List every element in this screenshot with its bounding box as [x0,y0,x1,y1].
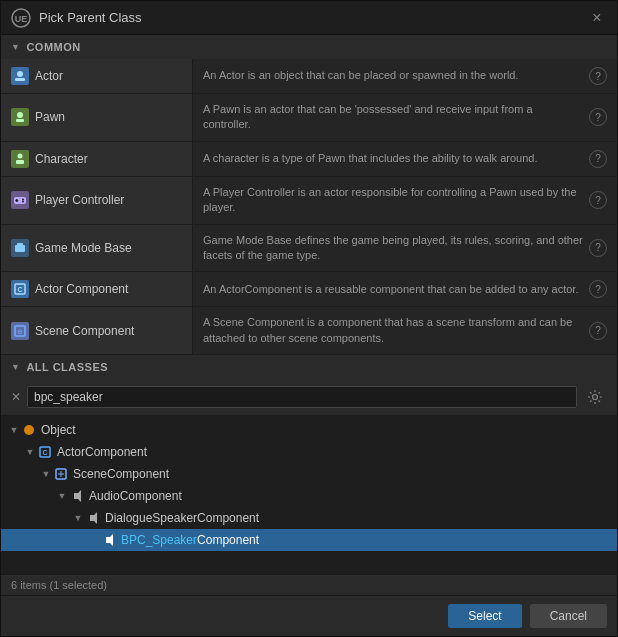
character-icon [11,150,29,168]
svg-text:UE: UE [15,14,28,24]
game-mode-base-desc: Game Mode Base defines the game being pl… [203,233,583,264]
search-clear-button[interactable]: ✕ [11,390,21,404]
scene-component-icon: ⊕ [11,322,29,340]
actor-label: Actor [35,69,63,83]
pick-parent-class-dialog: UE Pick Parent Class × ▼ COMMON Actor [0,0,618,637]
svg-rect-13 [15,245,25,252]
pawn-desc-area: A Pawn is an actor that can be 'possesse… [193,94,617,141]
pawn-button[interactable]: Pawn [1,94,193,141]
actor-icon [11,67,29,85]
footer: Select Cancel [1,595,617,636]
svg-rect-3 [15,78,25,81]
status-bar: 6 items (1 selected) [1,574,617,595]
dialoguespeaker-expand-icon[interactable]: ▼ [71,513,85,523]
search-bar: ✕ [1,379,617,415]
svg-point-19 [593,395,598,400]
dialoguespeaker-icon [85,510,101,526]
svg-rect-10 [15,200,18,202]
bpcspeaker-label: BPC_SpeakerComponent [121,533,259,547]
search-input-wrap[interactable] [27,386,577,408]
player-controller-button[interactable]: Player Controller [1,177,193,224]
common-item-pawn[interactable]: Pawn A Pawn is an actor that can be 'pos… [1,94,617,142]
svg-point-6 [18,153,23,158]
title-bar-left: UE Pick Parent Class [11,8,142,28]
svg-point-12 [22,201,24,203]
audiocomponent-expand-icon[interactable]: ▼ [55,491,69,501]
cancel-button[interactable]: Cancel [530,604,607,628]
content-area: ▼ COMMON Actor An Actor is an object tha… [1,35,617,595]
common-item-game-mode-base[interactable]: Game Mode Base Game Mode Base defines th… [1,225,617,273]
bpcspeaker-rest: Component [197,533,259,547]
all-classes-section: ▼ ALL CLASSES ✕ ▼ [1,355,617,595]
all-classes-section-header[interactable]: ▼ ALL CLASSES [1,355,617,379]
tree-item-scenecomponent[interactable]: ▼ SceneComponent [1,463,617,485]
actor-component-button[interactable]: C Actor Component [1,272,193,306]
svg-point-11 [22,199,24,201]
svg-text:C: C [17,286,22,293]
scenecomponent-label: SceneComponent [73,467,169,481]
class-tree-view[interactable]: ▼ Object ▼ C ActorComponent [1,415,617,574]
pawn-help-icon[interactable]: ? [589,108,607,126]
player-controller-help-icon[interactable]: ? [589,191,607,209]
player-controller-icon [11,191,29,209]
actor-help-icon[interactable]: ? [589,67,607,85]
search-input[interactable] [34,390,570,404]
close-button[interactable]: × [587,8,607,28]
object-expand-icon[interactable]: ▼ [7,425,21,435]
scenecomponent-expand-icon[interactable]: ▼ [39,469,53,479]
common-item-player-controller[interactable]: Player Controller A Player Controller is… [1,177,617,225]
game-mode-base-button[interactable]: Game Mode Base [1,225,193,272]
player-controller-desc-area: A Player Controller is an actor responsi… [193,177,617,224]
scene-component-button[interactable]: ⊕ Scene Component [1,307,193,354]
tree-item-actorcomponent[interactable]: ▼ C ActorComponent [1,441,617,463]
scenecomponent-icon [53,466,69,482]
game-mode-base-label: Game Mode Base [35,241,132,255]
character-help-icon[interactable]: ? [589,150,607,168]
actor-desc: An Actor is an object that can be placed… [203,68,583,83]
svg-point-4 [17,112,23,118]
audiocomponent-icon [69,488,85,504]
character-desc-area: A character is a type of Pawn that inclu… [193,142,617,176]
pawn-label: Pawn [35,110,65,124]
scene-component-help-icon[interactable]: ? [589,322,607,340]
pawn-icon [11,108,29,126]
game-mode-base-icon [11,239,29,257]
select-button[interactable]: Select [448,604,521,628]
common-item-actor-component[interactable]: C Actor Component An ActorComponent is a… [1,272,617,307]
svg-text:⊕: ⊕ [17,328,23,335]
actor-component-label: Actor Component [35,282,128,296]
common-item-scene-component[interactable]: ⊕ Scene Component A Scene Component is a… [1,307,617,355]
actor-component-help-icon[interactable]: ? [589,280,607,298]
game-mode-base-desc-area: Game Mode Base defines the game being pl… [193,225,617,272]
svg-marker-27 [90,512,97,524]
common-section-label: COMMON [26,41,80,53]
actor-button[interactable]: Actor [1,59,193,93]
common-chevron: ▼ [11,42,20,52]
tree-item-dialoguespeaker[interactable]: ▼ DialogueSpeakerComponent [1,507,617,529]
bpcspeaker-icon [101,532,117,548]
common-item-character[interactable]: Character A character is a type of Pawn … [1,142,617,177]
character-button[interactable]: Character [1,142,193,176]
all-classes-label: ALL CLASSES [26,361,108,373]
title-bar: UE Pick Parent Class × [1,1,617,35]
tree-item-audiocomponent[interactable]: ▼ AudioComponent [1,485,617,507]
common-section-header[interactable]: ▼ COMMON [1,35,617,59]
search-settings-icon[interactable] [583,385,607,409]
common-list: Actor An Actor is an object that can be … [1,59,617,355]
dialoguespeaker-label: DialogueSpeakerComponent [105,511,259,525]
svg-marker-26 [74,490,81,502]
bpcspeaker-highlight: BPC_Speaker [121,533,197,547]
ue-logo: UE [11,8,31,28]
tree-item-bpcspeaker[interactable]: ▶ BPC_SpeakerComponent [1,529,617,551]
game-mode-base-help-icon[interactable]: ? [589,239,607,257]
tree-item-object[interactable]: ▼ Object [1,419,617,441]
all-classes-chevron: ▼ [11,362,20,372]
actorcomponent-label: ActorComponent [57,445,147,459]
actorcomponent-expand-icon[interactable]: ▼ [23,447,37,457]
scene-component-desc: A Scene Component is a component that ha… [203,315,583,346]
common-item-actor[interactable]: Actor An Actor is an object that can be … [1,59,617,94]
object-label: Object [41,423,76,437]
svg-rect-5 [16,119,24,122]
pawn-desc: A Pawn is an actor that can be 'possesse… [203,102,583,133]
svg-text:C: C [42,449,47,456]
